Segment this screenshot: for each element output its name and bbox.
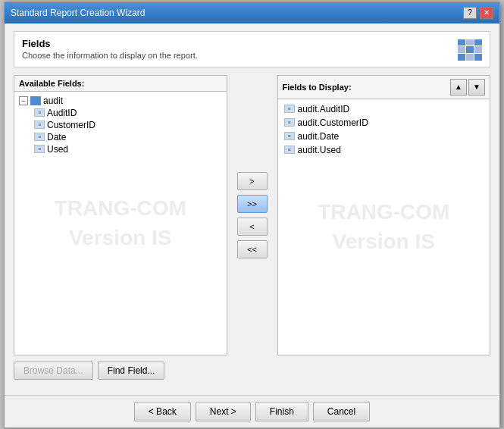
field-icon: ≡ <box>284 105 295 113</box>
bottom-buttons-row: Browse Data... Find Field... <box>14 362 490 380</box>
icon-cell <box>466 39 474 46</box>
display-field-item[interactable]: ≡ audit.Used <box>281 143 487 157</box>
icon-cell <box>466 46 474 53</box>
window-title: Standard Report Creation Wizard <box>11 8 145 18</box>
field-icon: ≡ <box>34 108 45 117</box>
section-subtitle: Choose the information to display on the… <box>22 51 198 60</box>
icon-cell <box>466 54 474 61</box>
tree-child-item[interactable]: ≡ Used <box>33 143 224 155</box>
main-area: Available Fields: TRANG-COM Version IS −… <box>14 75 490 355</box>
report-icon <box>458 39 482 61</box>
wizard-window: Standard Report Creation Wizard ? ✕ Fiel… <box>4 2 500 428</box>
browse-data-button[interactable]: Browse Data... <box>14 362 93 380</box>
display-fields-body[interactable]: TRANG-COM Version IS ≡ audit.AuditID ≡ a… <box>278 99 490 355</box>
display-fields-header: Fields to Display: ▲ ▼ <box>278 76 490 99</box>
header-text: Fields Choose the information to display… <box>22 38 198 60</box>
available-fields-header: Available Fields: <box>14 76 227 92</box>
field-icon: ≡ <box>284 132 295 140</box>
field-icon: ≡ <box>34 121 45 129</box>
icon-cell <box>458 54 465 61</box>
tree-table-icon <box>30 96 41 105</box>
field-label: AuditID <box>47 108 77 118</box>
display-field-item[interactable]: ≡ audit.AuditID <box>281 102 487 116</box>
next-button[interactable]: Next > <box>196 402 251 421</box>
display-field-item[interactable]: ≡ audit.Date <box>281 130 487 143</box>
field-icon: ≡ <box>284 146 295 154</box>
cancel-button[interactable]: Cancel <box>313 402 370 421</box>
help-button[interactable]: ? <box>463 7 477 19</box>
field-label: Used <box>47 144 68 155</box>
wizard-content: Fields Choose the information to display… <box>5 23 499 395</box>
field-label: Date <box>47 132 66 142</box>
field-icon: ≡ <box>34 133 45 141</box>
watermark-right: TRANG-COM Version IS <box>318 197 449 256</box>
display-fields-panel: Fields to Display: ▲ ▼ TRANG-COM Version… <box>277 75 491 355</box>
title-bar: Standard Report Creation Wizard ? ✕ <box>5 2 499 23</box>
remove-all-button[interactable]: << <box>237 240 268 258</box>
icon-cell <box>458 46 465 53</box>
field-icon: ≡ <box>284 118 295 127</box>
tree-expand-icon[interactable]: − <box>19 96 28 105</box>
sort-icons: ▲ ▼ <box>450 79 485 96</box>
header-section: Fields Choose the information to display… <box>14 31 490 67</box>
tree-child-item[interactable]: ≡ Date <box>33 131 224 143</box>
close-button[interactable]: ✕ <box>480 7 493 19</box>
section-title: Fields <box>22 38 198 49</box>
finish-button[interactable]: Finish <box>255 402 308 421</box>
remove-button[interactable]: < <box>237 218 268 236</box>
tree-root-item[interactable]: − audit <box>17 95 224 107</box>
field-icon: ≡ <box>34 145 45 153</box>
display-fields-label: Fields to Display: <box>283 83 352 92</box>
sort-down-button[interactable]: ▼ <box>468 79 485 96</box>
add-all-button[interactable]: >> <box>237 195 268 213</box>
available-fields-body[interactable]: TRANG-COM Version IS − audit ≡ AuditID <box>14 92 227 355</box>
watermark: TRANG-COM Version IS <box>55 193 186 252</box>
display-field-item[interactable]: ≡ audit.CustomerID <box>281 116 487 130</box>
icon-cell <box>458 39 465 46</box>
icon-cell <box>474 54 482 61</box>
wizard-footer: < Back Next > Finish Cancel <box>5 395 499 427</box>
tree-children: ≡ AuditID ≡ CustomerID ≡ Date ≡ <box>33 107 224 155</box>
icon-cell <box>474 46 482 53</box>
field-label: CustomerID <box>47 120 95 130</box>
sort-up-button[interactable]: ▲ <box>450 79 467 96</box>
find-field-button[interactable]: Find Field... <box>98 362 165 380</box>
transfer-buttons: > >> < << <box>233 75 271 355</box>
tree-root-label: audit <box>43 96 63 106</box>
available-fields-panel: Available Fields: TRANG-COM Version IS −… <box>14 75 227 355</box>
icon-cell <box>474 39 482 46</box>
display-field-label: audit.AuditID <box>298 104 350 114</box>
add-button[interactable]: > <box>237 172 268 190</box>
back-button[interactable]: < Back <box>134 402 191 421</box>
tree-child-item[interactable]: ≡ CustomerID <box>33 119 224 131</box>
title-bar-buttons: ? ✕ <box>463 7 493 19</box>
display-field-label: audit.CustomerID <box>298 117 368 128</box>
display-field-label: audit.Date <box>298 131 340 142</box>
display-field-label: audit.Used <box>298 145 341 155</box>
tree-child-item[interactable]: ≡ AuditID <box>33 107 224 119</box>
